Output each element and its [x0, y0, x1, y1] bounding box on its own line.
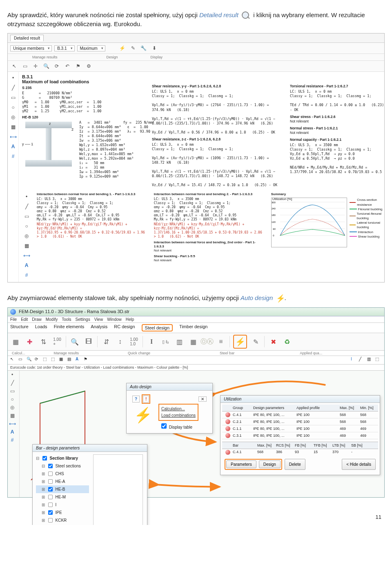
dim-icon[interactable]: ⟷ [9, 132, 18, 141]
interaction-2nd-title: Interaction between normal force and ben… [154, 240, 265, 249]
ok-badge-icon[interactable]: ⓄⓀ [202, 336, 212, 347]
svg-text:0: 0 [273, 235, 274, 237]
help-icon[interactable]: ? [132, 396, 140, 403]
menu-help[interactable]: Help [126, 317, 134, 322]
interaction1-body: LC: ULS 3, x = 3000 mm Classy = 1; Class… [37, 197, 148, 222]
menu-view[interactable]: View [94, 317, 103, 322]
profile-list-empty[interactable] [93, 454, 143, 525]
node-hem[interactable]: HE-M [46, 495, 66, 499]
dropdown-maximum[interactable]: Maximum [77, 45, 105, 51]
warning-icon[interactable]: ! [143, 396, 149, 403]
node-hea[interactable]: HE-A [46, 479, 65, 484]
sort-icon[interactable]: ⇵ [101, 336, 111, 347]
tab-analysis[interactable]: Analysis [91, 324, 107, 331]
text-a-icon[interactable]: A [9, 142, 18, 151]
shear-y-title: Shear resistance, y-y - Part 1-1:6.2.6, … [152, 84, 283, 89]
util-row[interactable]: C.1.1IPE 80, IPE 100, ...IPE 100469469 [222, 425, 378, 432]
download-icon[interactable]: ⬇ [150, 44, 158, 52]
node-kckr[interactable]: KCKR [46, 518, 67, 523]
undo-icon[interactable]: ↶ [63, 62, 71, 70]
cursor-icon[interactable]: ↖ [10, 62, 18, 70]
tab-timber-design[interactable]: Timber design [179, 324, 207, 331]
dropdown-member-id[interactable]: B.3.1 [54, 45, 74, 51]
menu-settings[interactable]: Settings [76, 317, 90, 322]
delete-x-icon[interactable]: ✖ [268, 336, 278, 347]
recycle-icon[interactable]: ♻ [282, 336, 292, 347]
plus-icon[interactable]: ✚ [24, 336, 35, 347]
design-button[interactable]: Design [259, 460, 281, 468]
tab-steel-design[interactable]: Steel design [142, 324, 173, 331]
hash-icon[interactable]: # [9, 152, 18, 161]
target-icon[interactable]: ◎ [9, 113, 18, 122]
node-i[interactable]: I [46, 503, 57, 507]
menu-file[interactable]: File [10, 317, 17, 322]
shear-z-body: LC: ULS 3, x = 0 mm Classy = 1; Classkg … [152, 142, 283, 187]
select-cross-icon[interactable]: ✛ [31, 62, 40, 70]
menu-window[interactable]: Window [107, 317, 122, 322]
detailed-result-label: Detailed result [199, 11, 238, 18]
material-properties: E = 210000 N/mm² G = 80769 N/mm² γM0 = 1… [22, 91, 145, 113]
pencil-icon[interactable]: ✎ [129, 44, 137, 52]
refresh-icon[interactable]: ⟳ [53, 62, 61, 70]
pencil-icon-2[interactable]: ✎ [250, 336, 261, 347]
wrench-icon[interactable]: 🔧 [140, 44, 148, 52]
hide-details-button[interactable]: < Hide details [342, 459, 376, 470]
length-icon[interactable]: ▯ ℓ₀ [160, 336, 171, 347]
arrow-icon[interactable]: ↕ [115, 336, 125, 347]
section-library-node[interactable]: Section library [40, 456, 78, 460]
tab-structure[interactable]: Structure [10, 324, 29, 331]
util-row[interactable]: C.3.1IPE 80, IPE 100, ...IPE 100469469 [222, 432, 378, 439]
node-chs[interactable]: CHS [46, 471, 64, 476]
large-bolt-icon: ⚡ [130, 405, 156, 425]
filter-icon[interactable]: ▦ [10, 336, 21, 347]
intro-paragraph: Aby sprawdzić, który warunek nośności ni… [7, 11, 385, 28]
options-icon[interactable]: ⚙ [85, 62, 93, 70]
delete-button[interactable]: Delete [285, 459, 305, 470]
display-table-checkbox[interactable]: Display table [160, 425, 192, 429]
node-ipe[interactable]: IPE [46, 510, 62, 515]
auto-design-paragraph: Aby zwymiarować elementy stalowe tak, ab… [7, 294, 385, 302]
util-header-2: Bar Max. [%] RCS [%] FB [%] TFB [%] LTB … [222, 442, 378, 449]
menu-tools[interactable]: Tools [62, 317, 71, 322]
tab-finite-elements[interactable]: Finite elements [54, 324, 85, 331]
auto-design-button[interactable]: ⚡ [233, 335, 247, 349]
tab-rc-design[interactable]: RC design [114, 324, 135, 331]
util-detail-row[interactable]: C.4.1 568 386 93 15 370 - [222, 449, 378, 456]
util-row[interactable]: C.2.1IPE 80, IPE 100, ...IPE 100568568 [222, 418, 378, 425]
dropdown-unique-members[interactable]: Unique members [10, 45, 52, 51]
grid-icon[interactable]: ▦ [9, 122, 18, 131]
search-icon[interactable]: 🔍 [69, 336, 80, 347]
select-rect-icon[interactable]: ▭ [21, 62, 29, 70]
bolt-icon[interactable]: ⚡ [118, 44, 127, 52]
flag-icon[interactable]: ⚑ [74, 62, 82, 70]
stack-icon[interactable]: ≡ [216, 336, 226, 347]
rect-icon[interactable]: ▭ [9, 93, 18, 102]
node-heb[interactable]: HE-B [46, 487, 65, 491]
util-row[interactable]: C.4.1IPE 80, IPE 100, ...IPE 100568568 [222, 411, 378, 418]
normal-capacity-title: Normal capacity - Part 1-1:6.2.1 [290, 138, 388, 142]
line-icon[interactable]: ╱ [9, 83, 18, 92]
shear-buckling-body: Not relevant [154, 258, 265, 262]
dot-icon[interactable]: • [9, 73, 18, 82]
menu-modify[interactable]: Modify [46, 317, 58, 322]
circle-icon[interactable]: ○ [9, 103, 18, 112]
calc-link[interactable]: Calculation... [161, 406, 196, 412]
parameters-button[interactable]: Parameters [226, 460, 256, 468]
tab-detailed-result[interactable]: Detailed result [10, 35, 44, 41]
auto-design-panel-title: Auto design [127, 383, 212, 391]
zoom-icon[interactable]: 🔍 [42, 62, 50, 70]
grid2-icon[interactable]: ▦ [188, 336, 198, 347]
close-icon[interactable]: ✕ [198, 396, 207, 402]
steel-sections-node[interactable]: Steel sections [46, 464, 81, 468]
panel-icon[interactable]: ▥ [174, 336, 185, 347]
menu-draw[interactable]: Draw [32, 317, 41, 322]
section-properties: A = 3401 mm² fy = 235 N/mm² Iy = 8.644e+… [79, 120, 154, 179]
svg-text:60: 60 [273, 228, 276, 230]
updown-icon[interactable]: ⇅ [38, 336, 49, 347]
film-icon[interactable]: 🎞 [83, 336, 94, 347]
load-comb-link[interactable]: Load combinations [161, 412, 196, 419]
tab-loads[interactable]: Loads [35, 324, 47, 331]
ibeam-icon[interactable]: I [146, 336, 157, 347]
tabstrip: Detailed result [8, 33, 384, 43]
menu-edit[interactable]: Edit [21, 317, 28, 322]
